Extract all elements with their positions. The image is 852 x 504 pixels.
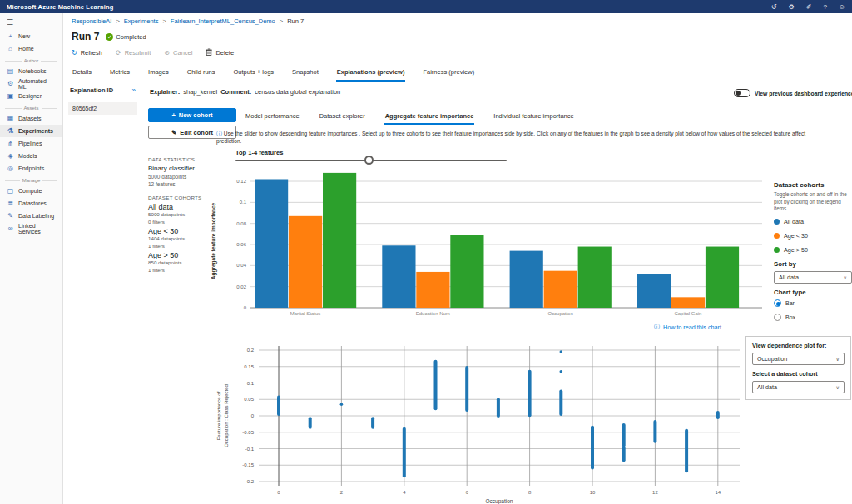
- bar-all-data[interactable]: [382, 245, 415, 308]
- collapse-chevron-icon[interactable]: »: [132, 86, 136, 94]
- sidebar-label: Automated ML: [18, 78, 56, 90]
- legend-item-age-lt-30[interactable]: Age < 30: [774, 232, 852, 240]
- bar-all-data[interactable]: [510, 251, 543, 308]
- sidebar-item-linked-services[interactable]: ∞ Linked Services: [0, 222, 62, 235]
- how-to-read-label: How to read this chart: [663, 324, 721, 331]
- legend-label: Age < 30: [784, 232, 808, 240]
- y-tick-label: 0.08: [236, 221, 246, 226]
- chart-type-box-option[interactable]: Box: [774, 314, 852, 321]
- category-label[interactable]: Capital Gain: [674, 311, 701, 316]
- tab-model-performance[interactable]: Model performance: [245, 110, 300, 125]
- history-icon[interactable]: ↺: [771, 3, 777, 11]
- chart-type-bar-option[interactable]: Bar: [774, 299, 852, 307]
- legend-item-age-gt-50[interactable]: Age > 50: [774, 246, 852, 254]
- dataset-cohort-select[interactable]: All data ∨: [752, 381, 845, 393]
- legend-description: Toggle cohorts on and off in the plot by…: [774, 191, 852, 213]
- sort-by-label: Sort by: [774, 260, 852, 268]
- sidebar: ☰ + New ⌂ Home Author ▤ Notebooks ⚙ Auto…: [0, 13, 63, 504]
- bar-all-data[interactable]: [637, 274, 671, 308]
- tab-images[interactable]: Images: [147, 65, 170, 82]
- x-axis-label: Occupation: [486, 498, 513, 504]
- tab-aggregate-feature-importance[interactable]: Aggregate feature importance: [384, 110, 475, 125]
- tab-fairness[interactable]: Fairness (preview): [422, 65, 475, 82]
- feedback-icon[interactable]: ✐: [806, 3, 812, 11]
- category-label[interactable]: Occupation: [547, 311, 572, 316]
- how-to-read-link[interactable]: ⓘ How to read this chart: [654, 323, 721, 331]
- sidebar-item-models[interactable]: ◈ Models: [0, 150, 62, 162]
- tab-individual-feature-importance[interactable]: Individual feature importance: [493, 110, 574, 125]
- breadcrumb-experiments[interactable]: Experiments: [124, 17, 159, 25]
- bar-age-30[interactable]: [671, 297, 705, 308]
- y-axis-label: Feature importance of: [216, 391, 221, 440]
- y-tick-label: -0.1: [245, 447, 255, 452]
- sort-by-select[interactable]: All data ∨: [774, 271, 852, 284]
- resubmit-button[interactable]: ⟳ Resubmit: [116, 49, 151, 57]
- bar-age-50[interactable]: [323, 173, 356, 308]
- sidebar-item-datasets[interactable]: ▦ Datasets: [0, 112, 62, 125]
- edit-cohort-label: Edit cohort: [180, 129, 213, 136]
- sidebar-item-experiments[interactable]: ⚗ Experiments: [0, 125, 62, 137]
- feature-count-slider[interactable]: [235, 160, 507, 161]
- sidebar-item-designer[interactable]: ▣ Designer: [0, 90, 62, 102]
- sidebar-item-automated-ml[interactable]: ⚙ Automated ML: [0, 77, 62, 90]
- bar-age-30[interactable]: [289, 216, 322, 308]
- scatter-point[interactable]: [340, 403, 344, 406]
- breadcrumb-responsibleai[interactable]: ResponsibleAI: [72, 17, 111, 25]
- tab-details[interactable]: Details: [72, 65, 92, 82]
- tab-metrics[interactable]: Metrics: [109, 65, 131, 82]
- radio-label: Bar: [785, 300, 795, 306]
- bar-age-50[interactable]: [706, 247, 739, 308]
- sidebar-item-datastores[interactable]: ≣ Datastores: [0, 197, 62, 210]
- toggle-switch[interactable]: [734, 89, 750, 97]
- x-tick-label: 2: [340, 490, 344, 495]
- topbar-icons: ↺ ⚙ ✐ ? ☺: [771, 3, 845, 11]
- cancel-button[interactable]: ⊘ Cancel: [164, 49, 192, 57]
- legend-item-all-data[interactable]: All data: [774, 218, 852, 225]
- explanation-id-item[interactable]: 80565df2: [68, 102, 137, 115]
- dependence-feature-select[interactable]: Occupation ∨: [752, 353, 845, 365]
- tab-snapshot[interactable]: Snapshot: [291, 65, 320, 82]
- delete-button[interactable]: Delete: [206, 48, 234, 57]
- run-header: Run 7 ✓ Completed: [72, 31, 146, 42]
- bar-age-30[interactable]: [544, 271, 577, 308]
- tab-explanations[interactable]: Explanations (preview): [336, 65, 406, 82]
- dashboard-tabs: Model performance Dataset explorer Aggre…: [245, 110, 575, 125]
- help-icon[interactable]: ?: [823, 3, 826, 11]
- tab-outputs-logs[interactable]: Outputs + logs: [232, 65, 275, 82]
- legend-label: Age > 50: [784, 246, 808, 254]
- x-tick-label: 8: [528, 490, 532, 495]
- sidebar-label: Endpoints: [18, 166, 44, 171]
- y-tick-label: 0.04: [236, 263, 246, 268]
- dependence-plot-label: View dependence plot for:: [752, 342, 845, 349]
- sidebar-item-notebooks[interactable]: ▤ Notebooks: [0, 65, 62, 77]
- tab-dataset-explorer[interactable]: Dataset explorer: [319, 110, 366, 125]
- tab-child-runs[interactable]: Child runs: [186, 65, 216, 82]
- sidebar-item-pipelines[interactable]: ⋔ Pipelines: [0, 137, 62, 150]
- sidebar-item-endpoints[interactable]: ◎ Endpoints: [0, 162, 62, 175]
- scatter-point[interactable]: [560, 350, 563, 353]
- breadcrumb-experiment-name[interactable]: Fairlearn_InterpretML_Census_Demo: [171, 17, 275, 25]
- info-icon: ⓘ: [654, 323, 660, 331]
- category-label[interactable]: Education Num: [416, 311, 450, 316]
- previous-dashboard-toggle[interactable]: View previous dashboard experience: [734, 89, 852, 97]
- sidebar-item-new[interactable]: + New: [0, 30, 62, 42]
- refresh-button[interactable]: ↻ Refresh: [72, 49, 102, 57]
- bar-age-50[interactable]: [578, 247, 612, 308]
- new-cohort-label: New cohort: [179, 111, 213, 119]
- y-tick-label: 0.1: [240, 200, 247, 205]
- settings-gear-icon[interactable]: ⚙: [789, 3, 795, 11]
- sidebar-item-data-labeling[interactable]: ✎ Data Labeling: [0, 210, 62, 222]
- bar-age-50[interactable]: [450, 235, 483, 308]
- completed-check-icon: ✓: [106, 33, 113, 41]
- sidebar-item-compute[interactable]: ▢ Compute: [0, 185, 62, 197]
- new-cohort-button[interactable]: + New cohort: [148, 108, 236, 122]
- bar-age-30[interactable]: [416, 272, 449, 308]
- comment-label: Comment:: [220, 88, 251, 96]
- smiley-icon[interactable]: ☺: [839, 3, 845, 11]
- category-label[interactable]: Marital Status: [290, 311, 321, 316]
- slider-info-text: ⓘ Use the slider to show descending feat…: [216, 130, 819, 144]
- sidebar-item-home[interactable]: ⌂ Home: [0, 42, 62, 55]
- bar-all-data[interactable]: [255, 179, 288, 308]
- hamburger-menu-icon[interactable]: ☰: [0, 13, 62, 30]
- scatter-point[interactable]: [560, 370, 563, 373]
